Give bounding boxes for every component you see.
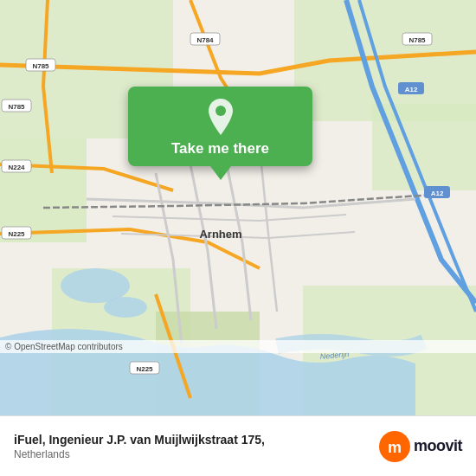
svg-text:A12: A12 — [431, 190, 444, 197]
svg-point-9 — [104, 297, 147, 318]
svg-text:N784: N784 — [196, 36, 214, 44]
svg-text:N225: N225 — [136, 365, 153, 373]
svg-text:A12: A12 — [405, 86, 418, 93]
take-me-there-popup[interactable]: Take me there — [128, 87, 312, 166]
location-name: iFuel, Ingenieur J.P. van Muijlwijkstraa… — [14, 433, 379, 447]
footer: iFuel, Ingenieur J.P. van Muijlwijkstraa… — [0, 415, 476, 476]
location-info: iFuel, Ingenieur J.P. van Muijlwijkstraa… — [14, 433, 379, 460]
svg-text:N785: N785 — [408, 36, 426, 44]
city-label: Arnhem — [199, 228, 241, 241]
map-container: N785 N785 N784 N785 A12 A12 N224 N225 N2… — [0, 0, 476, 415]
svg-text:N224: N224 — [8, 164, 25, 171]
location-pin-icon — [205, 99, 236, 135]
svg-text:N785: N785 — [32, 62, 49, 70]
moovit-logo: m moovit — [379, 431, 462, 462]
svg-point-29 — [215, 106, 226, 116]
svg-text:m: m — [388, 439, 402, 456]
moovit-icon: m — [379, 431, 410, 462]
location-country: Netherlands — [14, 448, 379, 460]
svg-rect-4 — [372, 104, 476, 190]
moovit-text: moovit — [414, 437, 462, 455]
svg-text:N225: N225 — [8, 230, 25, 238]
map-svg: N785 N785 N784 N785 A12 A12 N224 N225 N2… — [0, 0, 476, 415]
svg-text:N785: N785 — [8, 103, 25, 111]
take-me-there-label: Take me there — [171, 140, 269, 158]
